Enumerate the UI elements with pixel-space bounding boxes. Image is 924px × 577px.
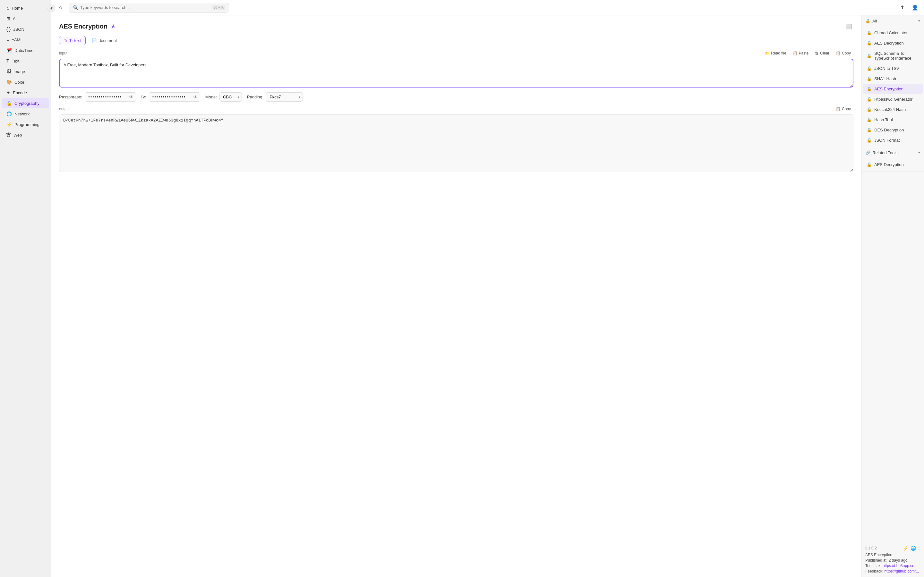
tab-text[interactable]: Tr Tr text [59, 36, 86, 45]
tool-link[interactable]: https://t.he3app.co... [883, 564, 918, 568]
output-section: output 📋 Copy D/CetKh7nw+lFu7rsvehRW1AeU… [59, 105, 853, 173]
sidebar-item-programming[interactable]: ⚡Programming [2, 119, 49, 129]
read-file-icon: 📁 [765, 51, 770, 55]
copy-output-icon: 📋 [836, 107, 841, 111]
right-panel-item-sql-schema[interactable]: 🔒SQL Schema To TypeScript Interface [863, 48, 923, 63]
right-panel-item-json-to-tsv[interactable]: 🔒JSON to TSV [863, 63, 923, 73]
version-info: AES Encryption Published at: 2 days ago … [865, 553, 920, 574]
sidebar-item-yaml[interactable]: ≡YAML [2, 35, 49, 45]
sidebar-icon-color: 🎨 [6, 79, 12, 85]
paste-button[interactable]: 📋 Paste [790, 50, 811, 57]
output-actions: 📋 Copy [833, 105, 853, 113]
sidebar-item-image[interactable]: 🖼Image [2, 66, 49, 77]
sidebar-item-text[interactable]: TText [2, 56, 49, 66]
sidebar-item-color[interactable]: 🎨Color [2, 77, 49, 87]
version-action-3[interactable]: ↕ [918, 546, 920, 551]
tool-link-row: Tool Link: https://t.he3app.co... [865, 564, 920, 568]
favorite-button[interactable]: ★ [111, 23, 116, 30]
version-bar: ℹ 1.0.2 ⚡ 🌐 ↕ AES Encryption Published a… [861, 543, 924, 577]
sidebar-item-web[interactable]: 🕸Web [2, 130, 49, 140]
panel-toggle-button[interactable]: ⬜ [845, 22, 853, 31]
sidebar-item-encode[interactable]: ✦Encode [2, 87, 49, 98]
right-panel-icon-htpasswd-generator: 🔒 [867, 97, 872, 102]
share-button[interactable]: ⬆ [897, 3, 907, 13]
content-area: AES Encryption ★ ⬜ Tr Tr text 📄 document… [51, 15, 924, 577]
mode-select[interactable]: CBC ECB CFB OFB CTR [220, 92, 242, 102]
version-actions: ⚡ 🌐 ↕ [903, 546, 920, 551]
copy-output-label: Copy [842, 107, 851, 111]
sidebar-item-network[interactable]: 🌐Network [2, 109, 49, 119]
sidebar-icon-network: 🌐 [6, 111, 12, 116]
sidebar-item-json[interactable]: { }JSON [2, 24, 49, 34]
tool-title-row: AES Encryption ★ [59, 23, 116, 30]
related-items-section: 🔒AES Decryption [861, 158, 924, 171]
right-panel-item-chmod-calculator[interactable]: 🔒Chmod Calculator [863, 28, 923, 38]
clear-button[interactable]: 🗑 Clear [813, 50, 832, 57]
right-panel-item-des-decryption[interactable]: 🔒DES Decryption [863, 125, 923, 135]
sidebar-label-yaml: YAML [11, 37, 23, 42]
passphrase-input-wrap: 👁 [85, 92, 136, 102]
input-label: input [59, 51, 67, 55]
related-header-label: Related Tools [872, 150, 898, 155]
right-panel-item-aes-encryption[interactable]: 🔒AES Encryption [863, 84, 923, 94]
related-item-aes-decryption-related[interactable]: 🔒AES Decryption [863, 160, 923, 169]
right-panel-item-htpasswd-generator[interactable]: 🔒Htpasswd Generator [863, 94, 923, 104]
sidebar-item-home[interactable]: ⌂Home [2, 3, 49, 13]
copy-input-button[interactable]: 📋 Copy [833, 50, 853, 57]
sidebar-label-json: JSON [13, 27, 24, 32]
passphrase-toggle-eye[interactable]: 👁 [129, 95, 134, 99]
read-file-button[interactable]: 📁 Read file [762, 50, 788, 57]
padding-select-wrap: Pkcs7 ZeroPadding NoPadding Iso97971 ▾ [266, 92, 303, 102]
version-action-1[interactable]: ⚡ [903, 546, 909, 551]
passphrase-input[interactable] [85, 92, 136, 102]
related-icon-aes-decryption-related: 🔒 [867, 162, 872, 167]
iv-input[interactable] [149, 92, 200, 102]
sidebar-item-all[interactable]: ⊞All [2, 13, 49, 24]
right-panel-label-hash-tool: Hash Tool [874, 117, 893, 122]
right-panel-label-des-decryption: DES Decryption [874, 127, 904, 132]
search-input[interactable] [80, 5, 210, 10]
right-panel-label-aes-encryption: AES Encryption [874, 87, 903, 91]
copy-output-button[interactable]: 📋 Copy [833, 105, 853, 113]
padding-select[interactable]: Pkcs7 ZeroPadding NoPadding Iso97971 [266, 92, 303, 102]
sidebar-icon-encode: ✦ [6, 90, 10, 95]
right-panel-icon-aes-encryption: 🔒 [867, 87, 872, 91]
right-panel-icon-aes-decryption: 🔒 [867, 41, 872, 45]
input-actions: 📁 Read file 📋 Paste 🗑 Clear 📋 Copy [762, 50, 853, 57]
home-button[interactable]: ⌂ [55, 3, 65, 13]
version-action-2[interactable]: 🌐 [911, 546, 916, 551]
right-panel-item-json-format[interactable]: 🔒JSON Format [863, 135, 923, 145]
right-panel-all-header[interactable]: 🔒 All ▾ [861, 15, 924, 26]
right-panel-icon-json-to-tsv: 🔒 [867, 66, 872, 71]
version-info-icon: ℹ [865, 546, 867, 550]
feedback-link[interactable]: https://github.com/... [884, 569, 919, 574]
tab-document-icon: 📄 [92, 38, 97, 43]
right-panel-icon-hash-tool: 🔒 [867, 117, 872, 122]
sidebar-icon-text: T [6, 58, 9, 63]
output-section-label: output 📋 Copy [59, 105, 853, 113]
tool-header: AES Encryption ★ ⬜ [59, 22, 853, 31]
iv-label: IV: [141, 95, 146, 99]
input-textarea[interactable]: A Free, Modern Toolbox, Built for Develo… [59, 59, 853, 87]
user-button[interactable]: 👤 [910, 3, 920, 13]
version-row: ℹ 1.0.2 ⚡ 🌐 ↕ [865, 546, 920, 551]
paste-icon: 📋 [793, 51, 798, 55]
mode-select-wrap: CBC ECB CFB OFB CTR ▾ [220, 92, 242, 102]
right-panel-item-keccak224-hash[interactable]: 🔒Keccak224 Hash [863, 105, 923, 114]
sidebar-icon-all: ⊞ [6, 16, 10, 21]
right-panel-item-aes-decryption[interactable]: 🔒AES Decryption [863, 38, 923, 48]
right-panel-label-chmod-calculator: Chmod Calculator [874, 31, 908, 35]
sidebar-collapse-button[interactable]: ≪ [47, 5, 55, 12]
sidebar-icon-datetime: 📅 [6, 48, 12, 53]
sidebar-item-datetime[interactable]: 📅Date/Time [2, 45, 49, 55]
right-panel-item-sha1-hash[interactable]: 🔒SHA1 Hash [863, 74, 923, 84]
iv-toggle-eye[interactable]: 👁 [194, 95, 198, 99]
sidebar-label-all: All [13, 16, 17, 21]
right-panel-related-header[interactable]: 🔗 Related Tools ▾ [861, 147, 924, 158]
tab-document[interactable]: 📄 document [87, 36, 121, 45]
search-shortcut: ⌘ + K [212, 5, 225, 10]
input-section-label: input 📁 Read file 📋 Paste 🗑 Clear [59, 50, 853, 57]
sidebar-item-cryptography[interactable]: 🔒Cryptography [2, 98, 49, 108]
sidebar: ≪ ⌂Home⊞All{ }JSON≡YAML📅Date/TimeTText🖼I… [0, 0, 51, 577]
right-panel-item-hash-tool[interactable]: 🔒Hash Tool [863, 115, 923, 125]
